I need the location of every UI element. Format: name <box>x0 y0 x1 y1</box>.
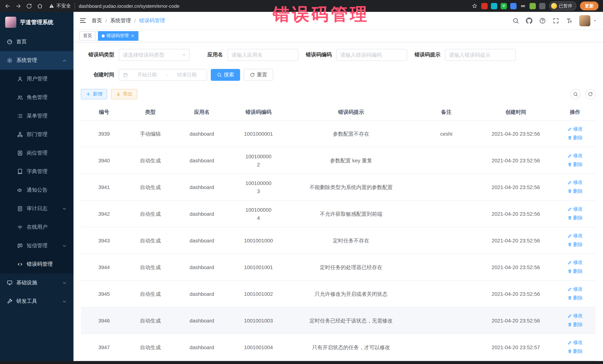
column-header: 类型 <box>127 105 174 120</box>
start-date-placeholder: 开始日期 <box>131 72 163 78</box>
cell-actions: 修改删除 <box>554 254 596 280</box>
delete-label: 删除 <box>573 187 583 195</box>
toggle-search-button[interactable] <box>570 89 581 99</box>
sidebar-item-infra[interactable]: 基础设施 <box>0 274 73 292</box>
delete-link[interactable]: 删除 <box>567 187 583 195</box>
ext-teal-icon[interactable] <box>491 3 497 9</box>
browser-update-button[interactable]: 更新 <box>580 1 599 10</box>
edit-link[interactable]: 修改 <box>567 205 583 213</box>
sidebar-item-error-code[interactable]: 错误码管理 <box>0 255 73 274</box>
forward-icon <box>15 3 22 9</box>
screen: 不安全 dashboard.yudao.iocoder.cn/system/er… <box>0 0 603 364</box>
cell-code: 1001000001 <box>230 120 287 147</box>
breadcrumb-item[interactable]: 系统管理 <box>110 17 131 24</box>
edit-link[interactable]: 修改 <box>567 258 583 266</box>
edit-link[interactable]: 修改 <box>567 152 583 160</box>
filter-row-1: 错误码类型 应用名 错误码编码 <box>81 49 596 61</box>
error-code-input[interactable] <box>336 49 407 61</box>
user-icon <box>17 76 23 82</box>
export-button[interactable]: 导出 <box>111 89 137 99</box>
code-icon <box>17 261 23 267</box>
sidebar-item-audit-log[interactable]: 审计日志 <box>0 199 73 218</box>
delete-link[interactable]: 删除 <box>567 240 583 249</box>
cell-app: dashboard <box>174 307 230 334</box>
app-logo[interactable]: 芋道管理系统 <box>0 12 73 33</box>
edit-icon <box>567 233 572 238</box>
edit-link[interactable]: 修改 <box>567 232 583 240</box>
user-menu[interactable] <box>579 15 597 26</box>
sidebar-item-label: 通知公告 <box>27 187 47 194</box>
delete-link[interactable]: 删除 <box>567 160 583 168</box>
edit-link[interactable]: 修改 <box>567 312 583 320</box>
delete-link[interactable]: 删除 <box>567 267 583 275</box>
address-bar[interactable]: dashboard.yudao.iocoder.cn/system/error-… <box>79 3 179 9</box>
delete-link[interactable]: 删除 <box>567 320 583 329</box>
filter-app-label: 应用名 <box>190 52 227 58</box>
delete-link[interactable]: 删除 <box>567 347 583 355</box>
sidebar-item-dept[interactable]: 部门管理 <box>0 125 73 144</box>
sidebar-item-post[interactable]: 岗位管理 <box>0 144 73 162</box>
edit-label: 修改 <box>573 205 583 213</box>
delete-link[interactable]: 删除 <box>567 214 583 222</box>
cell-type: 自动生成 <box>127 307 174 334</box>
sidebar-item-dict[interactable]: 字典管理 <box>0 162 73 181</box>
delete-link[interactable]: 删除 <box>567 294 583 302</box>
chevron-down-icon <box>62 299 67 304</box>
sidebar-item-home[interactable]: 首页 <box>0 33 73 51</box>
tag-error-code[interactable]: 错误码管理 <box>98 31 139 41</box>
filter-type-select[interactable] <box>119 49 190 61</box>
sidebar-item-system[interactable]: 系统管理 <box>0 51 73 70</box>
search-icon <box>573 92 578 97</box>
reset-button-label: 重置 <box>257 72 267 78</box>
menu-fold-icon[interactable] <box>79 17 86 24</box>
cell-actions: 修改删除 <box>554 120 596 147</box>
bottom-edge <box>0 361 603 364</box>
cell-time: 2021-04-20 23:52:57 <box>477 334 554 361</box>
sidebar-item-devtools[interactable]: 研发工具 <box>0 292 73 311</box>
delete-link[interactable]: 删除 <box>567 134 583 142</box>
filter-time: 创建时间 开始日期 - 结束日期 <box>81 69 207 81</box>
edit-link[interactable]: 修改 <box>567 125 583 133</box>
ext-puzzle-icon[interactable] <box>539 3 545 9</box>
sidebar-item-role[interactable]: 角色管理 <box>0 88 73 107</box>
cell-remark <box>416 280 477 307</box>
search-button[interactable]: 搜索 <box>211 69 240 81</box>
refresh-table-button[interactable] <box>585 89 596 99</box>
ext-on-icon[interactable]: on <box>520 3 526 9</box>
ext-vue-icon[interactable]: V <box>500 3 507 9</box>
bookmark-star-icon[interactable] <box>472 3 477 9</box>
add-button[interactable]: 新增 <box>81 89 107 99</box>
edit-link[interactable]: 修改 <box>567 285 583 293</box>
warning-icon <box>49 3 54 9</box>
breadcrumb-item[interactable]: 首页 <box>92 17 102 24</box>
sidebar-item-notice[interactable]: 通知公告 <box>0 181 73 199</box>
tags-view: 首页错误码管理 <box>73 30 603 42</box>
cell-actions: 修改删除 <box>554 307 596 334</box>
tag-home[interactable]: 首页 <box>79 31 96 41</box>
top-navbar: 首页/系统管理/错误码管理 <box>73 12 603 30</box>
ext-green-icon[interactable] <box>530 3 536 9</box>
app-name-input[interactable] <box>227 49 298 61</box>
security-indicator[interactable]: 不安全 <box>49 3 71 9</box>
edit-link[interactable]: 修改 <box>567 178 583 187</box>
back-icon <box>4 3 11 9</box>
paused-badge[interactable]: 已暂停 <box>549 1 576 10</box>
type-select-input[interactable] <box>119 49 190 61</box>
sidebar-item-sms[interactable]: 短信管理 <box>0 236 73 255</box>
error-msg-input[interactable] <box>445 49 516 61</box>
edit-label: 修改 <box>573 125 583 133</box>
sidebar-item-user[interactable]: 用户管理 <box>0 70 73 88</box>
cell-app: dashboard <box>174 280 230 307</box>
sidebar-item-online-user[interactable]: 在线用户 <box>0 218 73 236</box>
reset-button[interactable]: 重置 <box>244 69 273 81</box>
ext-grid-icon[interactable] <box>510 3 517 9</box>
github-icon <box>526 17 533 24</box>
edit-link[interactable]: 修改 <box>567 338 583 347</box>
cell-type: 自动生成 <box>127 147 174 174</box>
main-area: 首页/系统管理/错误码管理 首页错误码管理 错误码类型 <box>73 12 603 361</box>
date-range-picker[interactable]: 开始日期 - 结束日期 <box>119 69 207 81</box>
sidebar-item-menu[interactable]: 菜单管理 <box>0 107 73 125</box>
cell-id: 3947 <box>81 334 127 361</box>
search-icon <box>512 17 519 24</box>
ext-red-icon[interactable] <box>481 3 487 9</box>
